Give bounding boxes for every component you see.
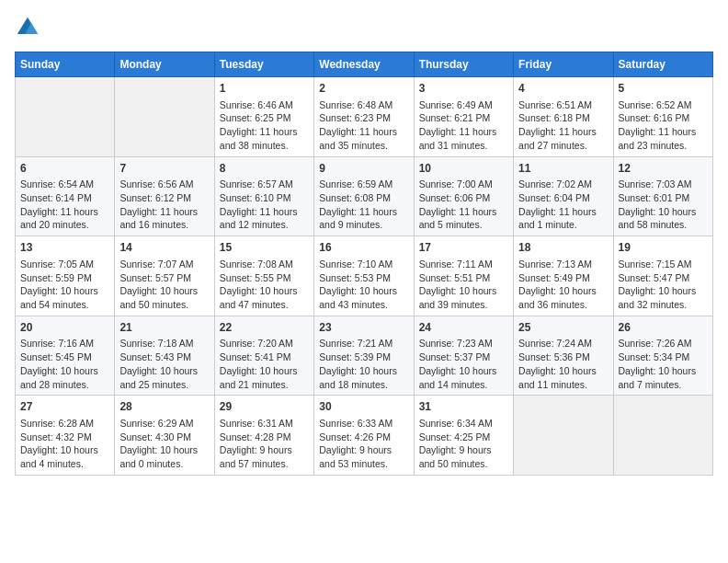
calendar-cell: 30Sunrise: 6:33 AMSunset: 4:26 PMDayligh… [314,396,414,476]
cell-content: Sunrise: 7:24 AMSunset: 5:36 PMDaylight:… [518,337,608,391]
calendar-week-row: 27Sunrise: 6:28 AMSunset: 4:32 PMDayligh… [16,396,713,476]
cell-content: Sunrise: 7:23 AMSunset: 5:37 PMDaylight:… [419,337,508,391]
cell-content: Sunrise: 7:16 AMSunset: 5:45 PMDaylight:… [20,337,109,391]
cell-content: Sunrise: 6:29 AMSunset: 4:30 PMDaylight:… [119,417,209,471]
day-number: 11 [518,161,608,177]
day-number: 29 [220,399,309,415]
calendar-cell: 10Sunrise: 7:00 AMSunset: 6:06 PMDayligh… [414,156,513,236]
day-number: 9 [319,161,408,177]
calendar-cell: 14Sunrise: 7:07 AMSunset: 5:57 PMDayligh… [115,236,214,316]
calendar-cell: 31Sunrise: 6:34 AMSunset: 4:25 PMDayligh… [414,396,513,476]
calendar-cell: 8Sunrise: 6:57 AMSunset: 6:10 PMDaylight… [214,156,313,236]
cell-content: Sunrise: 7:20 AMSunset: 5:41 PMDaylight:… [220,337,309,391]
column-header-friday: Friday [514,52,613,77]
calendar-cell: 21Sunrise: 7:18 AMSunset: 5:43 PMDayligh… [115,316,214,396]
day-number: 1 [220,81,309,97]
day-number: 18 [518,240,608,256]
day-number: 25 [518,320,608,336]
calendar-cell: 16Sunrise: 7:10 AMSunset: 5:53 PMDayligh… [314,236,414,316]
logo-icon [15,15,40,40]
day-number: 5 [619,81,708,97]
calendar-cell: 7Sunrise: 6:56 AMSunset: 6:12 PMDaylight… [115,156,214,236]
calendar-cell: 6Sunrise: 6:54 AMSunset: 6:14 PMDaylight… [16,156,115,236]
calendar-cell: 11Sunrise: 7:02 AMSunset: 6:04 PMDayligh… [514,156,613,236]
cell-content: Sunrise: 7:21 AMSunset: 5:39 PMDaylight:… [319,337,408,391]
calendar-cell: 3Sunrise: 6:49 AMSunset: 6:21 PMDaylight… [414,77,513,157]
day-number: 22 [220,320,309,336]
cell-content: Sunrise: 6:49 AMSunset: 6:21 PMDaylight:… [419,98,508,153]
day-number: 15 [220,240,309,256]
day-number: 20 [20,320,109,336]
calendar-week-row: 1Sunrise: 6:46 AMSunset: 6:25 PMDaylight… [16,77,713,157]
cell-content: Sunrise: 7:07 AMSunset: 5:57 PMDaylight:… [119,258,209,312]
cell-content: Sunrise: 7:08 AMSunset: 5:55 PMDaylight:… [220,258,309,312]
calendar-cell [613,396,712,476]
calendar-header-row: SundayMondayTuesdayWednesdayThursdayFrid… [16,52,713,77]
cell-content: Sunrise: 7:11 AMSunset: 5:51 PMDaylight:… [419,258,508,312]
day-number: 8 [220,161,309,177]
calendar-cell: 13Sunrise: 7:05 AMSunset: 5:59 PMDayligh… [16,236,115,316]
logo [15,15,44,40]
cell-content: Sunrise: 7:00 AMSunset: 6:06 PMDaylight:… [419,178,508,232]
calendar-cell: 1Sunrise: 6:46 AMSunset: 6:25 PMDaylight… [214,77,313,157]
day-number: 21 [119,320,209,336]
calendar-week-row: 6Sunrise: 6:54 AMSunset: 6:14 PMDaylight… [16,156,713,236]
calendar-cell: 24Sunrise: 7:23 AMSunset: 5:37 PMDayligh… [414,316,513,396]
calendar-cell: 26Sunrise: 7:26 AMSunset: 5:34 PMDayligh… [613,316,712,396]
day-number: 13 [20,240,109,256]
day-number: 23 [319,320,408,336]
day-number: 19 [619,240,708,256]
calendar-cell: 4Sunrise: 6:51 AMSunset: 6:18 PMDaylight… [514,77,613,157]
day-number: 10 [419,161,508,177]
day-number: 16 [319,240,408,256]
day-number: 24 [419,320,508,336]
cell-content: Sunrise: 7:13 AMSunset: 5:49 PMDaylight:… [518,258,608,312]
day-number: 17 [419,240,508,256]
calendar-cell: 29Sunrise: 6:31 AMSunset: 4:28 PMDayligh… [214,396,313,476]
column-header-thursday: Thursday [414,52,513,77]
cell-content: Sunrise: 7:02 AMSunset: 6:04 PMDaylight:… [518,178,608,232]
cell-content: Sunrise: 6:33 AMSunset: 4:26 PMDaylight:… [319,417,408,471]
cell-content: Sunrise: 7:03 AMSunset: 6:01 PMDaylight:… [619,178,708,232]
day-number: 2 [319,81,408,97]
calendar-cell: 18Sunrise: 7:13 AMSunset: 5:49 PMDayligh… [514,236,613,316]
calendar-cell: 19Sunrise: 7:15 AMSunset: 5:47 PMDayligh… [613,236,712,316]
day-number: 14 [119,240,209,256]
calendar-cell: 23Sunrise: 7:21 AMSunset: 5:39 PMDayligh… [314,316,414,396]
calendar-cell: 5Sunrise: 6:52 AMSunset: 6:16 PMDaylight… [613,77,712,157]
day-number: 6 [20,161,109,177]
cell-content: Sunrise: 6:56 AMSunset: 6:12 PMDaylight:… [119,178,209,232]
cell-content: Sunrise: 7:26 AMSunset: 5:34 PMDaylight:… [619,337,708,391]
day-number: 26 [619,320,708,336]
day-number: 3 [419,81,508,97]
column-header-wednesday: Wednesday [314,52,414,77]
column-header-tuesday: Tuesday [214,52,313,77]
calendar-cell [115,77,214,157]
day-number: 27 [20,399,109,415]
calendar-cell: 12Sunrise: 7:03 AMSunset: 6:01 PMDayligh… [613,156,712,236]
calendar-cell: 27Sunrise: 6:28 AMSunset: 4:32 PMDayligh… [16,396,115,476]
cell-content: Sunrise: 6:46 AMSunset: 6:25 PMDaylight:… [220,98,309,153]
cell-content: Sunrise: 7:05 AMSunset: 5:59 PMDaylight:… [20,258,109,312]
day-number: 7 [119,161,209,177]
day-number: 31 [419,399,508,415]
cell-content: Sunrise: 6:31 AMSunset: 4:28 PMDaylight:… [220,417,309,471]
calendar-table: SundayMondayTuesdayWednesdayThursdayFrid… [15,52,713,476]
day-number: 28 [119,399,209,415]
day-number: 4 [518,81,608,97]
cell-content: Sunrise: 6:34 AMSunset: 4:25 PMDaylight:… [419,417,508,471]
cell-content: Sunrise: 6:48 AMSunset: 6:23 PMDaylight:… [319,98,408,153]
page-header [15,15,713,40]
calendar-cell: 20Sunrise: 7:16 AMSunset: 5:45 PMDayligh… [16,316,115,396]
calendar-cell: 25Sunrise: 7:24 AMSunset: 5:36 PMDayligh… [514,316,613,396]
column-header-monday: Monday [115,52,214,77]
day-number: 30 [319,399,408,415]
cell-content: Sunrise: 7:18 AMSunset: 5:43 PMDaylight:… [119,337,209,391]
calendar-cell [514,396,613,476]
calendar-cell [16,77,115,157]
calendar-cell: 17Sunrise: 7:11 AMSunset: 5:51 PMDayligh… [414,236,513,316]
calendar-cell: 9Sunrise: 6:59 AMSunset: 6:08 PMDaylight… [314,156,414,236]
cell-content: Sunrise: 6:59 AMSunset: 6:08 PMDaylight:… [319,178,408,232]
calendar-week-row: 20Sunrise: 7:16 AMSunset: 5:45 PMDayligh… [16,316,713,396]
cell-content: Sunrise: 6:51 AMSunset: 6:18 PMDaylight:… [518,98,608,153]
